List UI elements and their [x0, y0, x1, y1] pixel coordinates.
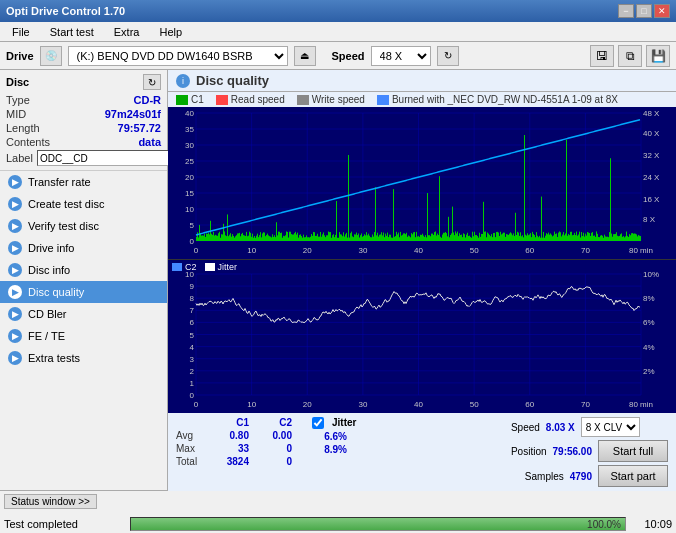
stats-total-label: Total: [176, 456, 206, 467]
disc-quality-icon: ▶: [8, 285, 22, 299]
disc-contents-key: Contents: [6, 136, 50, 148]
close-button[interactable]: ✕: [654, 4, 670, 18]
stats-total-c2: 0: [257, 456, 292, 467]
legend-read-speed-label: Read speed: [231, 94, 285, 105]
copy-icon-btn[interactable]: ⧉: [618, 45, 642, 67]
menu-help[interactable]: Help: [151, 24, 190, 40]
progress-bar-fill: [131, 518, 625, 530]
drive-icon: 💿: [40, 46, 62, 66]
speed-select[interactable]: 48 X 40 X 32 X 24 X: [371, 46, 431, 66]
jitter-avg: 6.6%: [312, 431, 347, 442]
jitter-checkbox[interactable]: [312, 417, 324, 429]
disc-quality-label: Disc quality: [28, 286, 84, 298]
status-window-button[interactable]: Status window >>: [4, 494, 97, 509]
extra-tests-icon: ▶: [8, 351, 22, 365]
progress-bar: 100.0%: [130, 517, 626, 531]
status-bottom: Test completed 100.0% 10:09: [0, 513, 676, 533]
sidebar-item-disc-quality[interactable]: ▶ Disc quality: [0, 281, 167, 303]
stats-max-c2: 0: [257, 443, 292, 454]
samples-row: Samples 4790: [525, 465, 592, 487]
btn-row-1: Position 79:56.00 Start full: [511, 440, 668, 462]
menu-extra[interactable]: Extra: [106, 24, 148, 40]
save-icon-btn[interactable]: 🖫: [590, 45, 614, 67]
content-title: Disc quality: [196, 73, 269, 88]
position-row: Position 79:56.00: [511, 440, 592, 462]
disc-info-icon: ▶: [8, 263, 22, 277]
stats-avg-c1: 0.80: [214, 430, 249, 441]
drive-label: Drive: [6, 50, 34, 62]
extra-tests-label: Extra tests: [28, 352, 80, 364]
start-part-button[interactable]: Start part: [598, 465, 668, 487]
jitter-stats: Jitter 6.6% 8.9%: [312, 417, 356, 455]
sidebar-item-transfer-rate[interactable]: ▶ Transfer rate: [0, 171, 167, 193]
sidebar-item-verify-test-disc[interactable]: ▶ Verify test disc: [0, 215, 167, 237]
sidebar-item-cd-bler[interactable]: ▶ CD Bler: [0, 303, 167, 325]
legend-c1: C1: [176, 94, 204, 105]
drive-info-label: Drive info: [28, 242, 74, 254]
speed-row: Speed 8.03 X 8 X CLV 4 X CLV: [511, 417, 668, 437]
drive-info-icon: ▶: [8, 241, 22, 255]
stats-max-label: Max: [176, 443, 206, 454]
cd-bler-icon: ▶: [8, 307, 22, 321]
speed-refresh-btn[interactable]: ↻: [437, 46, 459, 66]
disc-label-input[interactable]: [37, 150, 170, 166]
disc-refresh-button[interactable]: ↻: [143, 74, 161, 90]
sidebar-item-drive-info[interactable]: ▶ Drive info: [0, 237, 167, 259]
minimize-button[interactable]: −: [618, 4, 634, 18]
sidebar-item-fe-te[interactable]: ▶ FE / TE: [0, 325, 167, 347]
transfer-rate-label: Transfer rate: [28, 176, 91, 188]
position-label: Position: [511, 446, 547, 457]
disc-mid-key: MID: [6, 108, 26, 120]
sidebar-item-extra-tests[interactable]: ▶ Extra tests: [0, 347, 167, 369]
titlebar: Opti Drive Control 1.70 − □ ✕: [0, 0, 676, 22]
legend-c2-label: C2: [185, 262, 197, 272]
content-area: i Disc quality C1 Read speed Write speed…: [168, 70, 676, 490]
progress-text: 100.0%: [587, 518, 621, 532]
legend-c2: C2: [172, 262, 197, 272]
jitter-max-row: 8.9%: [312, 444, 356, 455]
menu-start-test[interactable]: Start test: [42, 24, 102, 40]
sidebar-item-disc-info[interactable]: ▶ Disc info: [0, 259, 167, 281]
legend-read-speed-box: [216, 95, 228, 105]
maximize-button[interactable]: □: [636, 4, 652, 18]
drive-select[interactable]: (K:) BENQ DVD DD DW1640 BSRB: [68, 46, 288, 66]
stats-avg-row: Avg 0.80 0.00: [176, 430, 292, 441]
stats-empty: [176, 417, 206, 428]
create-test-disc-label: Create test disc: [28, 198, 104, 210]
legend-write-speed-label: Write speed: [312, 94, 365, 105]
position-value: 79:56.00: [553, 446, 592, 457]
legend-jitter-box: [205, 263, 215, 271]
stats-max-c1: 33: [214, 443, 249, 454]
fe-te-label: FE / TE: [28, 330, 65, 342]
disc-section-title: Disc: [6, 76, 29, 88]
transfer-rate-icon: ▶: [8, 175, 22, 189]
verify-test-disc-icon: ▶: [8, 219, 22, 233]
sidebar-item-create-test-disc[interactable]: ▶ Create test disc: [0, 193, 167, 215]
stats-c2-header: C2: [257, 417, 292, 428]
status-top: Status window >>: [0, 491, 676, 513]
stats-c1-header: C1: [214, 417, 249, 428]
fe-te-icon: ▶: [8, 329, 22, 343]
jitter-header-row: Jitter: [312, 417, 356, 429]
speed-info-value: 8.03 X: [546, 422, 575, 433]
menu-file[interactable]: File: [4, 24, 38, 40]
samples-value: 4790: [570, 471, 592, 482]
jitter-max: 8.9%: [312, 444, 347, 455]
stats-total-c1: 3824: [214, 456, 249, 467]
legend-jitter-label: Jitter: [218, 262, 238, 272]
cd-bler-label: CD Bler: [28, 308, 67, 320]
chart-bottom: C2 Jitter: [168, 259, 676, 413]
speed-controls: Speed 8.03 X 8 X CLV 4 X CLV Position 79…: [511, 417, 668, 487]
start-full-button[interactable]: Start full: [598, 440, 668, 462]
export-icon-btn[interactable]: 💾: [646, 45, 670, 67]
legend-burned-box: [377, 95, 389, 105]
eject-button[interactable]: ⏏: [294, 46, 316, 66]
legend-burned-with: Burned with _NEC DVD_RW ND-4551A 1-09 at…: [377, 94, 618, 105]
clv-select[interactable]: 8 X CLV 4 X CLV: [581, 417, 640, 437]
drivebar: Drive 💿 (K:) BENQ DVD DD DW1640 BSRB ⏏ S…: [0, 42, 676, 70]
statusbar: Status window >> Test completed 100.0% 1…: [0, 490, 676, 533]
jitter-avg-row: 6.6%: [312, 431, 356, 442]
stats-max-row: Max 33 0: [176, 443, 292, 454]
app-title: Opti Drive Control 1.70: [6, 5, 125, 17]
btn-row-2: Samples 4790 Start part: [511, 465, 668, 487]
